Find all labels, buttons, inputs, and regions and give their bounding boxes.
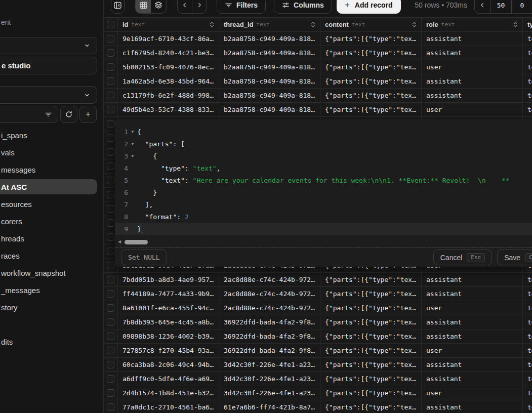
editor-line[interactable]: 8 "format": 2 [115,211,532,223]
table-row[interactable]: 60ca3ba8-2c06-49c4-94b… 3d42c30f-226e-4f… [104,358,532,372]
row-checkbox[interactable] [107,191,114,198]
cell-id[interactable]: 60ca3ba8-2c06-49c4-94b… [118,358,219,371]
fold-arrow-icon[interactable]: ▼ [128,141,137,146]
cell-thread-id[interactable]: 36922dfd-bada-4fa2-9f8… [219,344,320,357]
cell-type[interactable]: te [523,344,532,357]
cell-role[interactable]: assistant [422,273,523,286]
cell-type[interactable]: te [523,287,532,301]
row-checkbox[interactable] [107,375,114,383]
cell-thread-id[interactable]: 2ac8d88e-c74c-424b-972… [219,287,320,301]
cell-content[interactable]: {"parts":[{"type":"tex… [320,301,422,315]
row-checkbox[interactable] [107,247,114,255]
page-prev-button[interactable] [475,0,490,13]
refresh-button[interactable] [60,106,77,123]
table-filter-input[interactable] [0,106,58,123]
sidebar-table-item[interactable]: i_spans [0,127,103,144]
cell-type[interactable]: te [523,372,532,386]
table-row[interactable]: 5b002153-fc09-4076-8ec… b2aa8758-c949-40… [104,60,532,74]
cell-type[interactable]: te [523,400,532,413]
cell-id[interactable]: c1f6795d-8240-4c21-be3… [118,46,219,60]
sidebar-table-item[interactable]: races [0,247,103,264]
cell-id[interactable]: 5b002153-fc09-4076-8ec… [118,60,219,74]
cell-content[interactable]: {"parts":[{"type":"tex… [320,287,422,301]
schema-select[interactable] [0,86,97,104]
cell-role[interactable]: user [422,60,523,74]
row-checkbox[interactable] [107,77,114,85]
cell-content[interactable]: {"parts":[{"type":"tex… [320,315,422,329]
editor-line[interactable]: 5 "text": "Here are your calendar events… [115,174,532,186]
column-header[interactable]: id text [118,18,219,31]
table-row[interactable]: 77a0dc1c-2710-4561-ba6… 61e7a6b6-ff74-42… [104,400,532,413]
row-checkbox[interactable] [107,162,114,170]
schema-view-button[interactable] [151,0,166,13]
editor-line[interactable]: 6 } [115,186,532,198]
row-checkbox[interactable] [107,276,114,283]
row-checkbox[interactable] [107,318,114,326]
column-header[interactable]: role text [422,18,523,31]
row-checkbox[interactable] [107,333,114,340]
cell-role[interactable]: user [422,103,523,116]
row-checkbox[interactable] [107,92,114,99]
table-row[interactable]: a6dff9c0-5dfe-4f6e-a69… 3d42c30f-226e-4f… [104,372,532,386]
save-button[interactable]: Save Ctr [497,250,532,265]
editor-line[interactable]: 3 ▼ { [115,150,532,162]
cell-role[interactable]: assistant [422,400,523,413]
fold-arrow-icon[interactable] [128,168,137,169]
sidebar-table-item[interactable]: _messages [0,281,103,299]
cell-role[interactable]: assistant [422,89,523,102]
cell-id[interactable]: 9e169acf-6710-43cf-86a… [118,32,219,46]
fold-arrow-icon[interactable]: ▼ [128,129,137,134]
cell-thread-id[interactable]: b2aa8758-c949-409a-818… [219,60,320,74]
cell-content[interactable]: {"parts":[{"type":"tex… [320,386,422,400]
cell-role[interactable]: assistant [422,372,523,386]
json-editor[interactable]: 1 ▼ { 2 ▼ "parts": [ 3 ▼ { 4 "type": "te… [115,119,532,235]
filters-button[interactable]: Filters [217,0,266,14]
row-checkbox[interactable] [107,262,114,269]
sidebar-table-item[interactable]: vals [0,144,103,161]
row-checkbox[interactable] [107,63,114,71]
workspace-name-box[interactable]: e studio [0,57,97,74]
editor-line[interactable]: 4 "type": "text", [115,162,532,174]
cell-type[interactable]: te [523,32,532,46]
cell-id[interactable]: 8a61001f-e6ca-455f-94c… [118,301,219,315]
cell-id[interactable]: 1a462a5d-6e38-45bd-964… [118,74,219,88]
cell-content[interactable]: {"parts":[{"type":"tex… [320,103,422,116]
table-row[interactable]: ff44189a-7477-4a33-9b9… 2ac8d88e-c74c-42… [104,287,532,301]
editor-horizontal-scrollbar[interactable]: ◀ [118,238,530,246]
cell-content[interactable]: {"parts":[{"type":"tex… [320,358,422,371]
row-checkbox[interactable] [107,134,114,142]
cell-content[interactable]: {"parts":[{"type":"tex… [320,400,422,413]
cell-role[interactable]: assistant [422,315,523,329]
row-checkbox[interactable] [107,205,114,213]
table-row[interactable]: 09898b38-1236-4002-b39… 36922dfd-bada-4f… [104,329,532,344]
sidebar-table-item[interactable]: workflow_snapshot [0,264,103,281]
cell-content[interactable]: {"parts":[{"type":"tex… [320,60,422,74]
cell-thread-id[interactable]: 3d42c30f-226e-4fe1-a23… [219,358,320,371]
cell-thread-id[interactable]: 3d42c30f-226e-4fe1-a23… [219,372,320,386]
sidebar-table-item[interactable]: dits [0,333,103,350]
row-checkbox[interactable] [107,148,114,156]
fold-arrow-icon[interactable] [128,229,137,229]
table-row[interactable]: 9e169acf-6710-43cf-86a… b2aa8758-c949-40… [104,32,532,46]
cell-type[interactable]: te [523,386,532,400]
cell-content[interactable]: {"parts":[{"type":"tex… [320,344,422,357]
sort-icon[interactable] [311,21,315,28]
cell-role[interactable]: assistant [422,358,523,371]
row-checkbox[interactable] [107,389,114,397]
cell-role[interactable]: user [422,301,523,315]
table-row[interactable]: 7b8db393-645e-4c45-a8b… 36922dfd-bada-4f… [104,315,532,329]
cell-thread-id[interactable]: 2ac8d88e-c74c-424b-972… [219,301,320,315]
cell-content[interactable]: {"parts":[{"type":"tex… [320,372,422,386]
cell-id[interactable]: 49d5b4e3-53c7-4388-833… [118,103,219,116]
cell-thread-id[interactable]: 36922dfd-bada-4fa2-9f8… [219,329,320,343]
cell-content[interactable]: {"parts":[{"type":"tex… [320,89,422,102]
cell-thread-id[interactable]: b2aa8758-c949-409a-818… [219,46,320,60]
row-checkbox[interactable] [107,290,114,298]
row-checkbox[interactable] [107,219,114,227]
row-checkbox[interactable] [107,177,114,184]
cell-thread-id[interactable]: 2ac8d88e-c74c-424b-972… [219,273,320,286]
cell-id[interactable]: 77a0dc1c-2710-4561-ba6… [118,400,219,413]
cell-content[interactable]: {"parts":[{"type":"tex… [320,273,422,286]
cell-type[interactable]: te [523,315,532,329]
add-record-button[interactable]: + Add record [337,0,401,14]
